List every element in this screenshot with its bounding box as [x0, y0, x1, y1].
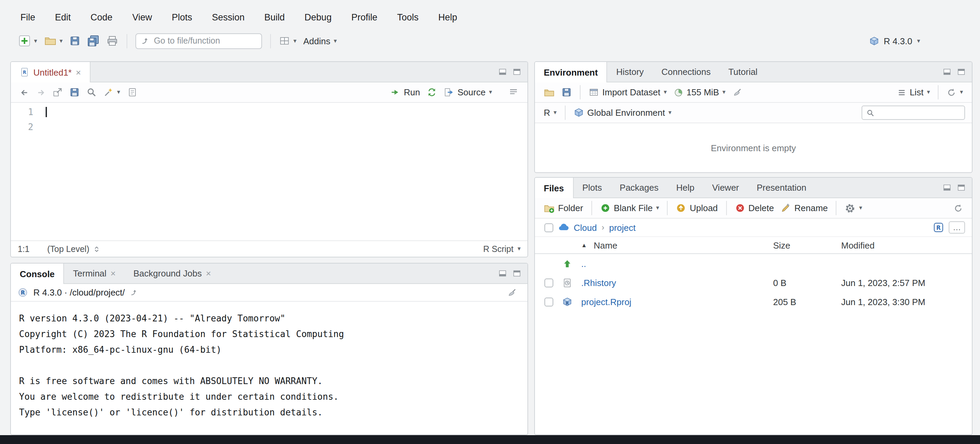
save-button[interactable] [66, 34, 84, 48]
menu-file[interactable]: File [21, 12, 35, 22]
load-workspace-button[interactable] [540, 85, 558, 100]
source-button[interactable]: Source ▾ [441, 85, 495, 99]
row-checkbox[interactable] [544, 278, 553, 287]
blank-file-button[interactable]: Blank File ▾ [597, 201, 662, 215]
menu-session[interactable]: Session [212, 12, 245, 22]
rename-button[interactable]: Rename [778, 201, 831, 215]
goto-file-input[interactable] [154, 36, 256, 46]
tab-background-jobs[interactable]: Background Jobs × [124, 264, 220, 283]
rerun-button[interactable] [424, 85, 441, 99]
save-all-button[interactable] [84, 33, 103, 49]
file-link[interactable]: .Rhistory [581, 278, 616, 288]
language-label: R [544, 108, 550, 118]
menu-profile[interactable]: Profile [351, 12, 377, 22]
code-area[interactable] [42, 103, 527, 240]
new-file-button[interactable]: ▾ [15, 33, 40, 49]
source-tab-untitled1[interactable]: Untitled1* × [11, 62, 91, 82]
minimize-pane-button[interactable] [943, 67, 951, 76]
save-source-button[interactable] [66, 85, 83, 99]
tab-packages[interactable]: Packages [611, 178, 667, 198]
column-header-name[interactable]: ▲ Name [581, 240, 773, 250]
new-folder-button[interactable]: Folder [540, 201, 587, 216]
minimize-pane-button[interactable] [943, 183, 951, 192]
delete-button[interactable]: Delete [731, 201, 777, 215]
clear-console-button[interactable] [504, 285, 520, 300]
menu-build[interactable]: Build [264, 12, 285, 22]
file-link[interactable]: .. [581, 259, 586, 269]
refresh-files-button[interactable] [950, 201, 966, 215]
forward-button[interactable] [33, 85, 49, 99]
tab-terminal[interactable]: Terminal × [64, 264, 124, 283]
filetype-selector[interactable]: R Script ▾ [483, 244, 520, 254]
tab-console[interactable]: Console [11, 264, 64, 284]
close-icon[interactable]: × [76, 67, 81, 77]
refresh-environment-button[interactable]: ▾ [943, 85, 966, 99]
menu-help[interactable]: Help [438, 12, 457, 22]
clear-environment-button[interactable] [729, 85, 746, 99]
more-options-button[interactable]: … [949, 221, 965, 233]
breadcrumb-root-link[interactable]: Cloud [574, 222, 597, 233]
minimize-pane-button[interactable] [498, 269, 507, 278]
tab-plots[interactable]: Plots [573, 178, 611, 198]
code-editor[interactable]: 1 2 [11, 103, 527, 240]
menu-tools[interactable]: Tools [397, 12, 418, 22]
environment-scope-selector[interactable]: Global Environment ▾ [570, 105, 675, 120]
tab-environment[interactable]: Environment [535, 62, 608, 82]
select-all-checkbox[interactable] [544, 223, 553, 232]
compile-report-button[interactable] [124, 85, 140, 99]
close-icon[interactable]: × [206, 268, 211, 278]
tab-tutorial[interactable]: Tutorial [719, 62, 766, 82]
file-link[interactable]: project.Rproj [581, 297, 631, 307]
tab-help[interactable]: Help [667, 178, 703, 198]
popout-source-button[interactable] [49, 85, 66, 99]
tab-label: Background Jobs [134, 268, 202, 278]
minimize-pane-button[interactable] [498, 67, 507, 76]
maximize-pane-button[interactable] [957, 67, 966, 76]
open-external-icon[interactable] [130, 288, 138, 297]
environment-search[interactable] [862, 105, 965, 120]
console-output[interactable]: R version 4.3.0 (2023-04-21) -- "Already… [11, 302, 527, 434]
r-version-cube-icon [869, 36, 879, 46]
more-file-actions-button[interactable]: ▾ [842, 201, 865, 216]
pane-layout-button[interactable]: ▾ [275, 34, 300, 48]
code-tools-button[interactable]: ▾ [100, 85, 124, 99]
run-button[interactable]: Run [387, 85, 424, 99]
r-version-selector[interactable]: R 4.3.0 ▾ [869, 36, 920, 46]
close-icon[interactable]: × [111, 268, 116, 278]
menu-debug[interactable]: Debug [305, 12, 332, 22]
back-button[interactable] [16, 85, 33, 99]
open-file-button[interactable]: ▾ [40, 33, 66, 49]
maximize-pane-button[interactable] [957, 183, 966, 192]
column-header-size[interactable]: Size [773, 240, 841, 250]
tab-history[interactable]: History [608, 62, 653, 82]
upload-button[interactable]: Upload [673, 201, 721, 215]
files-pane: Files Plots Packages Help Viewer Present… [534, 177, 972, 435]
menu-code[interactable]: Code [91, 12, 113, 22]
memory-usage-button[interactable]: 155 MiB ▾ [670, 85, 729, 99]
column-header-modified[interactable]: Modified [841, 240, 972, 250]
maximize-pane-button[interactable] [512, 269, 521, 278]
addins-button[interactable]: Addins ▾ [300, 34, 340, 48]
tab-viewer[interactable]: Viewer [703, 178, 748, 198]
view-mode-button[interactable]: List ▾ [893, 85, 933, 99]
tab-connections[interactable]: Connections [653, 62, 720, 82]
row-checkbox[interactable] [544, 297, 553, 306]
import-dataset-button[interactable]: Import Dataset ▾ [585, 85, 670, 99]
print-button[interactable] [103, 33, 122, 49]
run-label: Run [404, 87, 420, 97]
toolbar-separator [270, 34, 271, 48]
scope-selector[interactable]: (Top Level) [47, 244, 101, 254]
tab-files[interactable]: Files [535, 178, 573, 198]
save-workspace-button[interactable] [558, 85, 575, 99]
menu-view[interactable]: View [132, 12, 152, 22]
environment-search-input[interactable] [878, 108, 960, 117]
maximize-pane-button[interactable] [512, 67, 521, 76]
tab-presentation[interactable]: Presentation [748, 178, 815, 198]
language-selector[interactable]: R ▾ [540, 105, 560, 120]
goto-file-box[interactable] [135, 33, 262, 49]
find-replace-button[interactable] [83, 85, 100, 99]
outline-button[interactable] [505, 85, 522, 99]
menu-plots[interactable]: Plots [172, 12, 192, 22]
breadcrumb-current-link[interactable]: project [609, 222, 636, 233]
menu-edit[interactable]: Edit [55, 12, 71, 22]
